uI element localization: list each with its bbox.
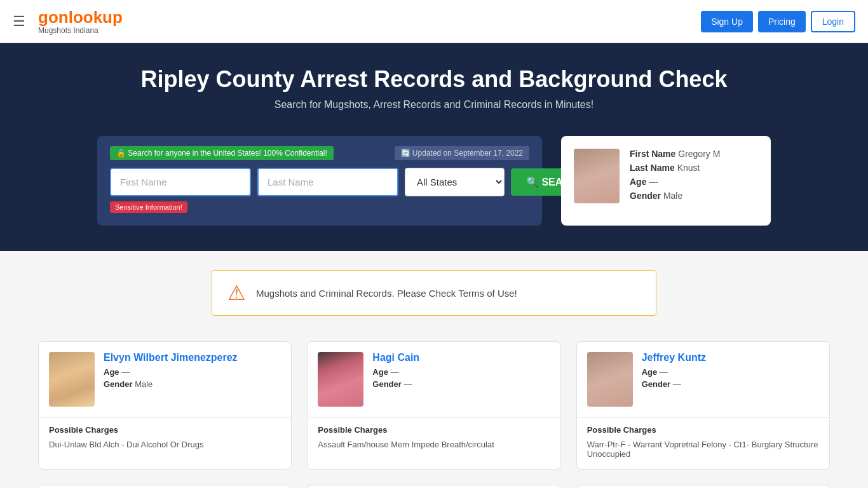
charges-title: Possible Charges: [49, 425, 281, 435]
person-card[interactable]: Cassandra Deen Age —: [307, 485, 560, 488]
last-name-label: Last Name: [630, 163, 675, 173]
person-photo: [49, 352, 95, 407]
last-name-value: Knust: [677, 163, 700, 173]
profile-last-name-row: Last Name Knust: [630, 163, 758, 173]
profile-age-row: Age —: [630, 177, 758, 187]
person-details: Jeffrey Kuntz Age — Gender —: [642, 352, 706, 391]
profile-info: First Name Gregory M Last Name Knust Age…: [630, 149, 758, 205]
warning-text: Mugshots and Criminal Records. Please Ch…: [256, 288, 517, 299]
profile-gender-row: Gender Male: [630, 191, 758, 201]
state-select[interactable]: All StatesAlabamaAlaskaArizonaArkansasCa…: [405, 168, 505, 196]
first-name-input[interactable]: [110, 168, 251, 196]
gender-label: Gender: [630, 191, 661, 201]
age-label: Age: [630, 177, 646, 187]
content-area: ⚠ Mugshots and Criminal Records. Please …: [0, 270, 868, 488]
person-photo: [318, 352, 363, 407]
person-gender: Gender Male: [104, 379, 238, 389]
sensitive-info-badge: Sensitive Information!: [110, 201, 187, 213]
updated-badge: 🔄 Updated on September 17, 2022: [395, 146, 529, 160]
person-card[interactable]: Jeffrey Kuntz Age — Gender — Possible Ch…: [576, 341, 830, 470]
warning-banner: ⚠ Mugshots and Criminal Records. Please …: [212, 270, 656, 316]
person-details: Elvyn Wilbert Jimenezperez Age — Gender …: [104, 352, 238, 391]
logo-subtitle: Mugshots Indiana: [38, 26, 98, 35]
person-card-top: Charles Roy Lambert Age 55: [577, 485, 829, 488]
cards-section: Elvyn Wilbert Jimenezperez Age — Gender …: [0, 335, 868, 488]
hamburger-menu[interactable]: ☰: [13, 13, 25, 30]
charges-title: Possible Charges: [318, 425, 550, 435]
charge-item: Dui-Unlaw Bld Alch - Dui Alcohol Or Drug…: [49, 440, 281, 449]
person-card-top: Jeffrey Kuntz Age — Gender —: [577, 342, 829, 417]
logo-go: go: [38, 8, 58, 27]
person-card-top: Hagi Cain Age — Gender —: [308, 342, 560, 417]
search-box: 🔒 Search for anyone in the United States…: [97, 136, 542, 226]
profile-first-name-row: First Name Gregory M: [630, 149, 758, 159]
confidential-badge: 🔒 Search for anyone in the United States…: [110, 146, 334, 160]
logo-lookup: lookup: [69, 8, 123, 27]
signup-button[interactable]: Sign Up: [701, 11, 753, 32]
person-card[interactable]: Archie Lee Hamlet Age —: [38, 485, 292, 488]
charges-section: Possible Charges Assault Fam/house Mem I…: [308, 417, 560, 459]
header-buttons: Sign Up Pricing Login: [701, 11, 855, 32]
hero-title: Ripley County Arrest Records and Backgro…: [13, 66, 855, 93]
person-card[interactable]: Charles Roy Lambert Age 55: [576, 485, 830, 488]
person-details: Hagi Cain Age — Gender —: [372, 352, 419, 391]
charges-title: Possible Charges: [587, 425, 819, 435]
logo[interactable]: gonlookup: [38, 8, 123, 27]
warning-icon: ⚠: [227, 281, 246, 305]
logo-n: n: [58, 8, 69, 27]
last-name-input[interactable]: [257, 168, 398, 196]
person-gender: Gender —: [372, 379, 419, 389]
gender-value: Male: [663, 191, 682, 201]
person-card[interactable]: Elvyn Wilbert Jimenezperez Age — Gender …: [38, 341, 292, 470]
person-age: Age —: [642, 367, 706, 377]
charges-section: Possible Charges Dui-Unlaw Bld Alch - Du…: [39, 417, 291, 459]
person-name[interactable]: Hagi Cain: [372, 352, 419, 363]
cards-grid: Elvyn Wilbert Jimenezperez Age — Gender …: [38, 341, 830, 488]
login-button[interactable]: Login: [811, 11, 855, 32]
age-value: —: [649, 177, 658, 187]
profile-card: First Name Gregory M Last Name Knust Age…: [561, 136, 771, 226]
first-name-value: Gregory M: [678, 149, 720, 159]
search-inputs: All StatesAlabamaAlaskaArizonaArkansasCa…: [110, 168, 529, 196]
logo-area: gonlookup Mugshots Indiana: [38, 8, 123, 35]
hero-subtitle: Search for Mugshots, Arrest Records and …: [13, 99, 855, 111]
person-photo: [587, 352, 633, 407]
profile-photo: [574, 149, 620, 203]
person-name[interactable]: Jeffrey Kuntz: [642, 352, 706, 363]
person-card-top: Elvyn Wilbert Jimenezperez Age — Gender …: [39, 342, 291, 417]
person-name[interactable]: Elvyn Wilbert Jimenezperez: [104, 352, 238, 363]
person-card[interactable]: Hagi Cain Age — Gender — Possible Charge…: [307, 341, 560, 470]
search-top-bar: 🔒 Search for anyone in the United States…: [110, 146, 529, 160]
header: ☰ gonlookup Mugshots Indiana Sign Up Pri…: [0, 0, 868, 43]
search-section: 🔒 Search for anyone in the United States…: [0, 136, 868, 251]
person-age: Age —: [372, 367, 419, 377]
first-name-label: First Name: [630, 149, 675, 159]
charge-item: Assault Fam/house Mem Impede Breath/circ…: [318, 440, 550, 449]
person-age: Age —: [104, 367, 238, 377]
hero-section: Ripley County Arrest Records and Backgro…: [0, 43, 868, 136]
pricing-button[interactable]: Pricing: [758, 11, 806, 32]
charge-item: Warr-Ptr-F - Warrant Vopretrial Felony -…: [587, 440, 819, 459]
person-card-top: Cassandra Deen Age —: [308, 485, 560, 488]
person-card-top: Archie Lee Hamlet Age —: [39, 485, 291, 488]
charges-section: Possible Charges Warr-Ptr-F - Warrant Vo…: [577, 417, 829, 469]
person-gender: Gender —: [642, 379, 706, 389]
